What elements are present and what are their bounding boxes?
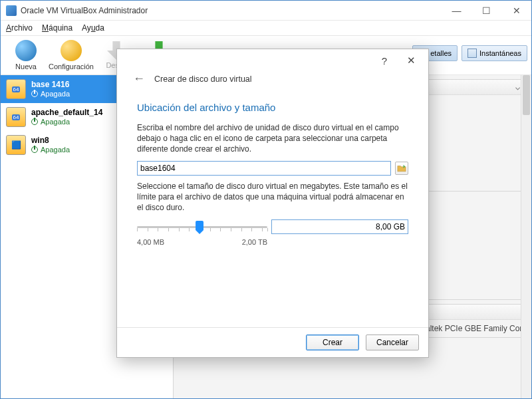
vm-name: win8 — [31, 136, 70, 145]
filename-row — [137, 161, 408, 176]
slider-max-label: 2,00 TB — [242, 238, 267, 246]
size-input[interactable] — [271, 219, 408, 234]
scrollbar[interactable] — [521, 75, 531, 398]
camera-icon — [467, 49, 477, 58]
gear-icon — [61, 40, 82, 61]
scrollbar-thumb[interactable] — [523, 75, 530, 115]
browse-folder-button[interactable] — [395, 162, 408, 175]
menubar: Archivodocument.currentScript.previousEl… — [1, 21, 531, 35]
dialog-titlebar: ? ✕ — [117, 49, 428, 72]
cancel-button[interactable]: Cancelar — [366, 334, 419, 350]
toolbar-right: etalles Instantáneas — [412, 45, 527, 61]
dialog-footer: Crear Cancelar — [117, 327, 428, 357]
back-arrow-icon[interactable]: ← — [133, 72, 145, 86]
menu-ayuda[interactable]: Ayuda — [82, 23, 104, 33]
filename-input[interactable] — [137, 161, 391, 176]
app-icon — [6, 5, 17, 16]
vm-name: apache_default_14 — [31, 108, 102, 117]
window-title: Oracle VM VirtualBox Administrador — [21, 6, 442, 15]
os-icon: 🟦 — [6, 135, 26, 155]
vm-state: Apagada — [31, 117, 102, 126]
create-button[interactable]: Crear — [306, 334, 359, 350]
os-icon: 64 — [6, 79, 26, 99]
dialog-help-button[interactable]: ? — [371, 51, 398, 70]
vm-state: Apagada — [31, 89, 70, 98]
minimize-button[interactable]: — — [442, 1, 471, 21]
folder-icon — [397, 164, 406, 173]
dialog-header: ← Crear de disco duro virtual — [117, 72, 428, 94]
maximize-button[interactable]: ☐ — [471, 1, 501, 21]
size-row: 4,00 MB 2,00 TB — [137, 219, 408, 246]
close-button[interactable]: ✕ — [501, 1, 531, 21]
snapshots-toggle[interactable]: Instantáneas — [462, 45, 527, 61]
menu-maquina[interactable]: Máquina — [42, 23, 72, 33]
os-icon: 64 — [6, 107, 26, 127]
new-icon — [15, 40, 37, 61]
section-title: Ubicación del archivo y tamaño — [137, 102, 408, 113]
titlebar: Oracle VM VirtualBox Administrador — ☐ ✕ — [1, 1, 531, 21]
power-icon — [31, 90, 38, 97]
power-icon — [31, 118, 38, 125]
dialog-close-button[interactable]: ✕ — [398, 51, 424, 70]
vm-state: Apagada — [31, 145, 70, 154]
slider-thumb[interactable] — [196, 221, 203, 234]
dialog-title: Crear de disco duro virtual — [154, 74, 252, 84]
vm-name: base 1416 — [31, 80, 70, 89]
power-icon — [31, 146, 38, 153]
chevron-down-icon: ⌵ — [515, 82, 520, 92]
dialog-body: Ubicación del archivo y tamaño Escriba e… — [117, 94, 428, 327]
menu-archivo[interactable]: Archivodocument.currentScript.previousEl… — [6, 23, 33, 33]
size-help-text: Seleccione el tamaño de disco duro virtu… — [137, 181, 408, 213]
filename-help-text: Escriba el nombre del archivo de unidad … — [137, 122, 408, 154]
toolbar-new-button[interactable]: Nueva — [3, 39, 49, 72]
slider-min-label: 4,00 MB — [137, 238, 164, 246]
create-disk-dialog: ? ✕ ← Crear de disco duro virtual Ubicac… — [116, 49, 429, 358]
toolbar-settings-button[interactable]: Configuración — [49, 39, 94, 72]
size-slider[interactable] — [137, 219, 267, 235]
